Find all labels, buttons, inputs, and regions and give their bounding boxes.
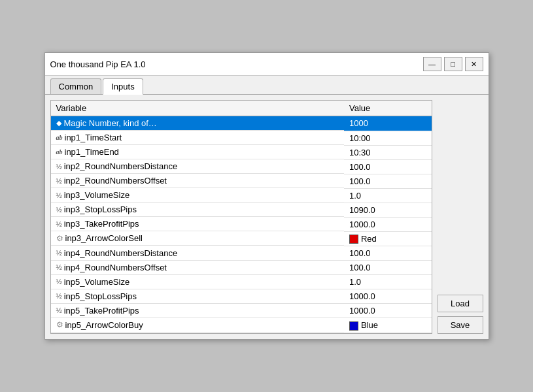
half-icon: ½ [56,206,62,214]
variable-cell: ⚙inp5_ArrowColorBuy [51,318,344,333]
variable-cell: ½inp3_StopLossPips [51,203,344,217]
variable-name: inp2_RoundNumbersDistance [64,161,177,171]
maximize-button[interactable]: □ [444,57,462,71]
value-cell: 100.0 [344,159,432,174]
value-cell: 1000.0 [344,217,432,231]
half-icon: ½ [56,220,62,228]
value-cell: 10:30 [344,145,432,159]
variable-cell: ½inp5_StopLossPips [51,289,344,304]
variable-name: inp5_ArrowColorBuy [65,320,143,330]
variable-name: Magic Number, kind of… [64,118,157,128]
table-row[interactable]: ◆Magic Number, kind of…1000 [51,116,432,131]
table-row[interactable]: ⚙inp5_ArrowColorBuyBlue [51,318,432,333]
variable-cell: ½inp2_RoundNumbersOffset [51,174,344,188]
variable-name: inp2_RoundNumbersOffset [64,176,167,186]
half-icon: ½ [56,177,62,185]
value-cell: 1000.0 [344,289,432,304]
table-row[interactable]: ½inp4_RoundNumbersDistance100.0 [51,246,432,261]
table-row[interactable]: ⚙inp3_ArrowColorSellRed [51,231,432,246]
table-row[interactable]: ½inp5_VolumeSize1.0 [51,275,432,289]
variable-name: inp4_RoundNumbersDistance [64,248,177,258]
variable-name: inp3_StopLossPips [64,204,137,214]
tab-bar: Common Inputs [45,76,489,95]
value-cell: 1.0 [344,188,432,203]
main-window: One thousand Pip EA 1.0 — □ ✕ Common Inp… [44,52,489,340]
variable-name: inp1_TimeStart [65,133,122,142]
variable-cell: ◆Magic Number, kind of… [51,116,344,131]
value-cell: 10:00 [344,131,432,145]
variable-name: inp3_ArrowColorSell [65,233,143,243]
variable-name: inp5_StopLossPips [64,291,137,301]
table-row[interactable]: ½inp3_VolumeSize1.0 [51,188,432,203]
half-icon: ½ [56,263,62,271]
half-icon: ½ [56,292,62,300]
table-row[interactable]: ½inp4_RoundNumbersOffset100.0 [51,261,432,275]
col-value: Value [344,101,432,116]
window-title: One thousand Pip EA 1.0 [50,59,146,69]
variable-name: inp3_VolumeSize [64,190,129,200]
tab-inputs[interactable]: Inputs [103,78,143,95]
table-row[interactable]: abinp1_TimeEnd10:30 [51,145,432,159]
half-icon: ½ [56,278,62,286]
variable-cell: ½inp4_RoundNumbersOffset [51,261,344,275]
table-row[interactable]: ½inp2_RoundNumbersOffset100.0 [51,174,432,188]
variable-cell: ½inp5_TakeProfitPips [51,304,344,318]
parameters-table: Variable Value ◆Magic Number, kind of…10… [51,101,432,333]
link-icon: ⚙ [56,320,63,329]
ab-icon: ab [56,148,63,155]
tab-common[interactable]: Common [50,78,102,94]
variable-cell: ½inp3_VolumeSize [51,188,344,203]
value-cell: 1.0 [344,275,432,289]
link-icon: ⚙ [56,234,63,243]
half-icon: ½ [56,306,62,314]
variable-name: inp3_TakeProfitPips [64,219,139,229]
load-button[interactable]: Load [438,295,483,312]
variable-cell: ½inp2_RoundNumbersDistance [51,159,344,174]
value-cell: 1090.0 [344,203,432,217]
value-cell: 100.0 [344,246,432,261]
variable-cell: abinp1_TimeStart [51,131,344,145]
close-button[interactable]: ✕ [465,57,483,71]
magic-icon: ◆ [56,119,61,127]
main-layout: Variable Value ◆Magic Number, kind of…10… [45,95,489,339]
half-icon: ½ [56,163,62,171]
table-row[interactable]: ½inp2_RoundNumbersDistance100.0 [51,159,432,174]
table-row[interactable]: ½inp3_StopLossPips1090.0 [51,203,432,217]
color-swatch [349,235,358,244]
variable-name: inp1_TimeEnd [65,147,119,157]
variable-name: inp4_RoundNumbersOffset [64,263,167,272]
color-swatch [349,321,358,331]
value-cell: 1000 [344,116,432,131]
table-row[interactable]: ½inp5_StopLossPips1000.0 [51,289,432,304]
half-icon: ½ [56,249,62,257]
value-cell: Blue [344,318,432,333]
variable-name: inp5_VolumeSize [64,277,129,287]
variable-cell: ⚙inp3_ArrowColorSell [51,231,344,246]
table-wrapper: Variable Value ◆Magic Number, kind of…10… [50,100,432,334]
side-buttons: Load Save [438,295,483,334]
col-variable: Variable [51,101,344,116]
title-bar: One thousand Pip EA 1.0 — □ ✕ [45,53,489,76]
table-row[interactable]: ½inp5_TakeProfitPips1000.0 [51,304,432,318]
value-cell: 1000.0 [344,304,432,318]
title-bar-controls: — □ ✕ [423,57,483,71]
value-cell: Red [344,231,432,246]
table-row[interactable]: abinp1_TimeStart10:00 [51,131,432,145]
variable-cell: abinp1_TimeEnd [51,145,344,159]
variable-cell: ½inp4_RoundNumbersDistance [51,246,344,261]
ab-icon: ab [56,134,63,141]
variable-cell: ½inp3_TakeProfitPips [51,217,344,231]
table-row[interactable]: ½inp3_TakeProfitPips1000.0 [51,217,432,231]
value-cell: 100.0 [344,174,432,188]
value-cell: 100.0 [344,261,432,275]
variable-cell: ½inp5_VolumeSize [51,275,344,289]
minimize-button[interactable]: — [423,57,441,71]
variable-name: inp5_TakeProfitPips [64,306,139,316]
save-button[interactable]: Save [438,316,483,334]
table-section: Variable Value ◆Magic Number, kind of…10… [50,100,432,334]
half-icon: ½ [56,191,62,199]
